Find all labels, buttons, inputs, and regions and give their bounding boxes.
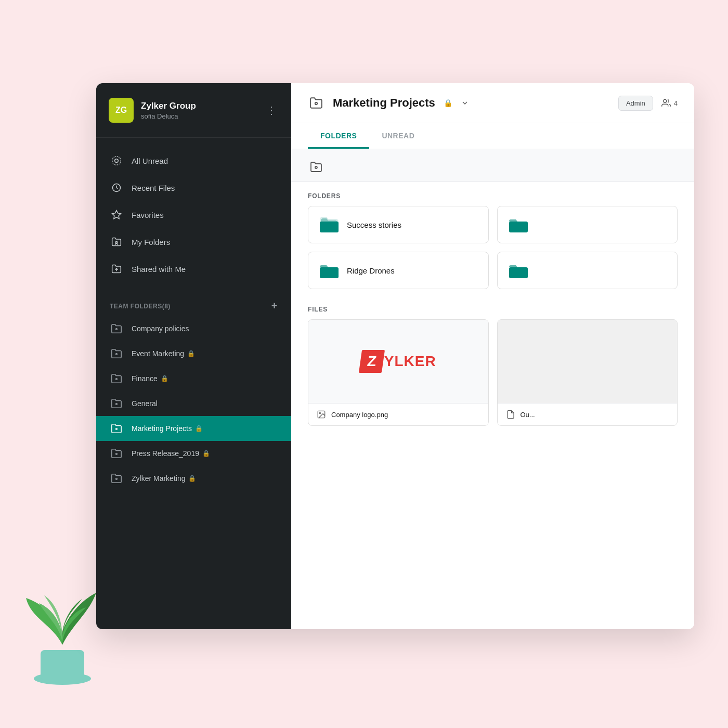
sidebar-item-general[interactable]: General [96, 391, 291, 416]
svg-rect-17 [320, 222, 339, 232]
team-folder-icon-active [110, 422, 123, 435]
lock-icon: 🔒 [202, 450, 210, 457]
zylker-z-letter: Z [359, 350, 385, 373]
zylker-marketing-label: Zylker Marketing [132, 474, 185, 483]
file-preview-company-logo: Z YLKER [308, 320, 488, 403]
title-chevron-icon[interactable] [461, 99, 469, 107]
folder-card-ridge-drones[interactable]: Ridge Drones [308, 252, 489, 289]
breadcrumb-icon [308, 159, 324, 175]
svg-rect-20 [509, 267, 528, 278]
sidebar: ZG Zylker Group sofia Deluca ⋮ All Unrea… [96, 83, 291, 629]
team-folder-icon [110, 347, 123, 360]
workspace-avatar: ZG [109, 98, 134, 123]
nav-item-recent-files[interactable]: Recent Files [96, 174, 291, 201]
admin-badge-button[interactable]: Admin [618, 96, 653, 111]
svg-point-13 [116, 478, 118, 480]
tab-folders[interactable]: FOLDERS [308, 123, 369, 149]
svg-point-16 [315, 166, 317, 168]
tab-unread[interactable]: UNREAD [369, 123, 427, 149]
event-marketing-label: Event Marketing [132, 349, 184, 358]
press-release-label: Press Release_2019 [132, 449, 199, 458]
breadcrumb-bar [291, 149, 694, 182]
page-title: Marketing Projects [333, 96, 435, 110]
sidebar-more-button[interactable]: ⋮ [264, 102, 279, 119]
nav-item-favorites[interactable]: Favorites [96, 201, 291, 228]
folder-card-icon [509, 217, 528, 232]
svg-point-2 [112, 157, 121, 165]
workspace-info: Zylker Group sofia Deluca [141, 101, 264, 120]
team-folder-icon [110, 322, 123, 335]
clock-icon [110, 181, 123, 194]
nav-item-my-folders[interactable]: My Folders [96, 228, 291, 255]
lock-icon: 🔒 [187, 350, 195, 357]
folders-grid: Success stories [291, 206, 694, 293]
lock-icon: 🔒 [195, 425, 203, 432]
recent-files-label: Recent Files [132, 184, 175, 192]
team-folders-list: Company policies Event Marketing 🔒 [96, 316, 291, 491]
favorites-label: Favorites [132, 211, 164, 219]
add-team-folder-button[interactable]: + [271, 300, 278, 312]
sidebar-item-marketing-projects[interactable]: Marketing Projects 🔒 [96, 416, 291, 441]
folder-card-2[interactable] [497, 206, 678, 243]
file-name-2: Ou... [521, 411, 535, 419]
marketing-projects-sidebar-label: Marketing Projects [132, 424, 192, 433]
title-lock-icon: 🔒 [444, 99, 452, 107]
background-plant [16, 541, 109, 686]
file-card-2[interactable]: Ou... [497, 319, 678, 426]
files-grid: Z YLKER Company logo.png [291, 319, 694, 438]
company-policies-label: Company policies [132, 324, 189, 333]
svg-rect-1 [41, 650, 84, 680]
users-count-badge: 4 [661, 98, 678, 108]
tabs-bar: FOLDERS UNREAD [291, 123, 694, 149]
zylker-text: YLKER [384, 353, 436, 370]
svg-marker-5 [112, 211, 121, 219]
files-section-header: FILES [291, 293, 694, 319]
main-content: Marketing Projects 🔒 Admin 4 FO [291, 83, 694, 629]
folder-card-4[interactable] [497, 252, 678, 289]
svg-point-11 [116, 428, 118, 430]
star-icon [110, 208, 123, 222]
sidebar-item-zylker-marketing[interactable]: Zylker Marketing 🔒 [96, 466, 291, 491]
folder-name-success-stories: Success stories [347, 220, 401, 229]
folder-card-icon [509, 263, 528, 278]
lock-icon: 🔒 [161, 375, 168, 382]
file-preview-2 [498, 320, 678, 403]
folder-card-success-stories[interactable]: Success stories [308, 206, 489, 243]
svg-rect-18 [509, 222, 528, 232]
folder-card-icon [320, 217, 339, 232]
sidebar-item-company-policies[interactable]: Company policies [96, 316, 291, 341]
team-folder-icon [110, 372, 123, 385]
svg-point-7 [116, 329, 118, 330]
nav-item-all-unread[interactable]: All Unread [96, 147, 291, 174]
bell-icon [110, 154, 123, 167]
svg-rect-19 [320, 267, 339, 278]
team-folders-label: TEAM FOLDERS(8) [110, 303, 171, 310]
svg-point-8 [116, 354, 118, 355]
content-area: FOLDERS Success stories [291, 149, 694, 629]
nav-item-shared-with-me[interactable]: Shared with Me [96, 255, 291, 282]
all-unread-label: All Unread [132, 157, 168, 165]
svg-point-22 [319, 412, 320, 413]
folder-name-ridge-drones: Ridge Drones [347, 266, 395, 275]
folder-user-icon [110, 235, 123, 249]
file-card-company-logo[interactable]: Z YLKER Company logo.png [308, 319, 489, 426]
team-folder-icon [110, 447, 123, 460]
sidebar-item-finance[interactable]: Finance 🔒 [96, 366, 291, 391]
svg-point-3 [115, 159, 119, 163]
svg-point-9 [116, 379, 118, 380]
app-window: ZG Zylker Group sofia Deluca ⋮ All Unrea… [96, 83, 694, 629]
users-count-number: 4 [674, 99, 678, 107]
svg-point-12 [116, 453, 118, 455]
workspace-name: Zylker Group [141, 101, 264, 111]
lock-icon: 🔒 [188, 475, 196, 482]
sidebar-nav: All Unread Recent Files Favorites [96, 138, 291, 292]
sidebar-item-press-release[interactable]: Press Release_2019 🔒 [96, 441, 291, 466]
folder-card-icon [320, 263, 339, 278]
file-card-footer-2: Ou... [498, 403, 678, 425]
my-folders-label: My Folders [132, 238, 170, 246]
svg-point-10 [116, 404, 118, 405]
folder-share-icon [110, 262, 123, 276]
svg-point-15 [664, 99, 667, 102]
file-name-company-logo: Company logo.png [331, 411, 388, 419]
sidebar-item-event-marketing[interactable]: Event Marketing 🔒 [96, 341, 291, 366]
